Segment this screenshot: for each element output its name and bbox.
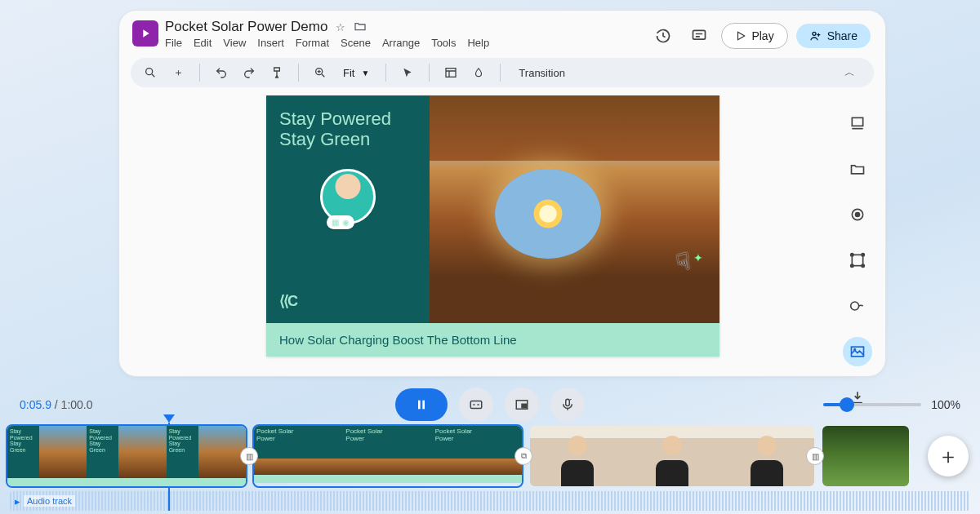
undo-icon[interactable] <box>212 63 231 82</box>
svg-rect-0 <box>693 30 706 39</box>
rail-image-icon[interactable] <box>843 337 872 366</box>
rail-record-icon[interactable] <box>843 200 872 229</box>
playback-controls <box>395 388 585 422</box>
time-current: 0:05.9 <box>20 398 51 411</box>
move-folder-icon[interactable] <box>354 20 367 35</box>
menu-scene[interactable]: Scene <box>341 37 371 49</box>
canvas-area: Stay Powered Stay Green ▦ ◉ ⟨⟨C ☟ ✦ <box>119 87 885 357</box>
app-window: Pocket Solar Power Demo ☆ File Edit View… <box>118 10 886 377</box>
playhead-marker[interactable] <box>163 414 175 423</box>
chevron-down-icon: ▼ <box>361 69 369 78</box>
clip-4[interactable]: ＋ <box>821 424 911 488</box>
title-block: Pocket Solar Power Demo ☆ File Edit View… <box>165 19 649 49</box>
svg-rect-21 <box>566 399 570 405</box>
template-icon[interactable] <box>441 63 461 82</box>
rail-folder-icon[interactable] <box>843 154 872 184</box>
star-icon[interactable]: ☆ <box>336 21 345 33</box>
sparkle-icon: ✦ <box>693 251 703 264</box>
transition-button[interactable]: Transition <box>512 67 572 79</box>
zoom-control: 100% <box>823 398 960 411</box>
menu-format[interactable]: Format <box>296 37 329 49</box>
timeline: 0:05.9 / 1:00.0 100% Stay Powered Stay G… <box>0 392 980 514</box>
rail-effects-icon[interactable] <box>843 291 872 321</box>
svg-point-1 <box>813 32 816 35</box>
add-icon[interactable]: ＋ <box>168 63 188 82</box>
zoom-slider[interactable] <box>823 403 921 406</box>
audio-expand-icon[interactable]: ▸ <box>15 495 20 507</box>
svg-point-7 <box>855 212 861 218</box>
menu-view[interactable]: View <box>223 37 246 49</box>
svg-rect-4 <box>446 69 456 78</box>
menu-insert[interactable]: Insert <box>257 37 284 49</box>
svg-point-10 <box>862 254 864 256</box>
fit-label: Fit <box>343 67 354 79</box>
play-button[interactable]: Play <box>721 23 787 49</box>
rail-shapes-icon[interactable] <box>843 246 872 275</box>
rail-templates-icon[interactable] <box>843 109 872 138</box>
time-display: 0:05.9 / 1:00.0 <box>20 398 93 411</box>
clip-1[interactable]: Stay Powered Stay Green Stay Powered Sta… <box>6 424 247 488</box>
drop-icon[interactable] <box>469 63 488 82</box>
slide-image: ☟ ✦ <box>430 95 719 323</box>
pause-button[interactable] <box>395 388 448 421</box>
paint-icon[interactable] <box>267 63 287 82</box>
play-label: Play <box>751 29 773 42</box>
cursor-hand-icon: ☟ <box>674 248 692 277</box>
svg-point-12 <box>862 264 864 267</box>
redo-icon[interactable] <box>239 63 259 82</box>
audio-label: Audio track <box>24 495 75 507</box>
pointer-icon[interactable] <box>398 63 417 82</box>
right-rail <box>843 109 872 412</box>
menu-tools[interactable]: Tools <box>431 37 456 49</box>
svg-rect-8 <box>852 255 862 265</box>
record-icon: ◉ <box>342 218 350 227</box>
zoom-value: 100% <box>931 398 960 411</box>
share-button[interactable]: Share <box>796 24 871 48</box>
transition-handle-3[interactable]: ▥ <box>806 447 824 465</box>
collapse-toolbar-icon[interactable]: ︿ <box>840 63 859 82</box>
svg-point-2 <box>146 69 153 75</box>
svg-point-13 <box>851 302 859 310</box>
zoom-fit-dropdown[interactable]: Fit ▼ <box>338 67 374 79</box>
svg-rect-5 <box>852 117 862 126</box>
slide-preview[interactable]: Stay Powered Stay Green ▦ ◉ ⟨⟨C ☟ ✦ <box>266 95 719 357</box>
transition-handle-1[interactable]: ▥ <box>240 447 258 465</box>
brand-logo: ⟨⟨C <box>279 292 416 310</box>
video-track: Stay Powered Stay Green Stay Powered Sta… <box>0 424 980 488</box>
svg-rect-16 <box>418 401 421 410</box>
share-label: Share <box>827 29 858 42</box>
menu-arrange[interactable]: Arrange <box>382 37 420 49</box>
header: Pocket Solar Power Demo ☆ File Edit View… <box>119 11 885 53</box>
audio-track[interactable]: ▸ Audio track <box>10 491 970 511</box>
history-icon[interactable] <box>649 22 677 50</box>
presenter-avatar[interactable]: ▦ ◉ <box>320 169 376 224</box>
clip-2[interactable]: Pocket Solar Power Pocket Solar Power Po… <box>252 424 523 488</box>
zoom-icon[interactable] <box>310 63 330 82</box>
svg-point-11 <box>851 264 853 267</box>
menu-bar: File Edit View Insert Format Scene Arran… <box>165 37 649 49</box>
menu-help[interactable]: Help <box>467 37 489 49</box>
app-icon <box>132 20 158 47</box>
comments-icon[interactable] <box>685 22 713 50</box>
svg-rect-17 <box>422 401 425 410</box>
menu-file[interactable]: File <box>165 37 182 49</box>
slide-headline: Stay Powered Stay Green <box>279 109 416 150</box>
toolbar: ＋ Fit ▼ Transition ︿ <box>131 58 874 87</box>
transition-handle-2[interactable]: ⧉ <box>514 447 532 465</box>
header-actions: Play Share <box>649 22 871 50</box>
slide-left-panel: Stay Powered Stay Green ▦ ◉ ⟨⟨C <box>266 95 430 323</box>
svg-point-15 <box>854 349 856 351</box>
camera-icon: ▦ <box>332 218 339 227</box>
pip-button[interactable] <box>505 388 539 422</box>
clip-3[interactable] <box>528 424 816 488</box>
captions-button[interactable] <box>459 388 493 422</box>
search-icon[interactable] <box>140 63 160 82</box>
timeline-controls-row: 0:05.9 / 1:00.0 100% <box>0 392 980 418</box>
mic-button[interactable] <box>550 388 585 422</box>
zoom-slider-thumb[interactable] <box>840 397 854 412</box>
svg-point-9 <box>851 254 853 256</box>
slide-caption: How Solar Charging Boost The Bottom Line <box>266 323 719 357</box>
svg-rect-20 <box>522 404 526 408</box>
document-title[interactable]: Pocket Solar Power Demo <box>165 19 327 35</box>
menu-edit[interactable]: Edit <box>194 37 212 49</box>
